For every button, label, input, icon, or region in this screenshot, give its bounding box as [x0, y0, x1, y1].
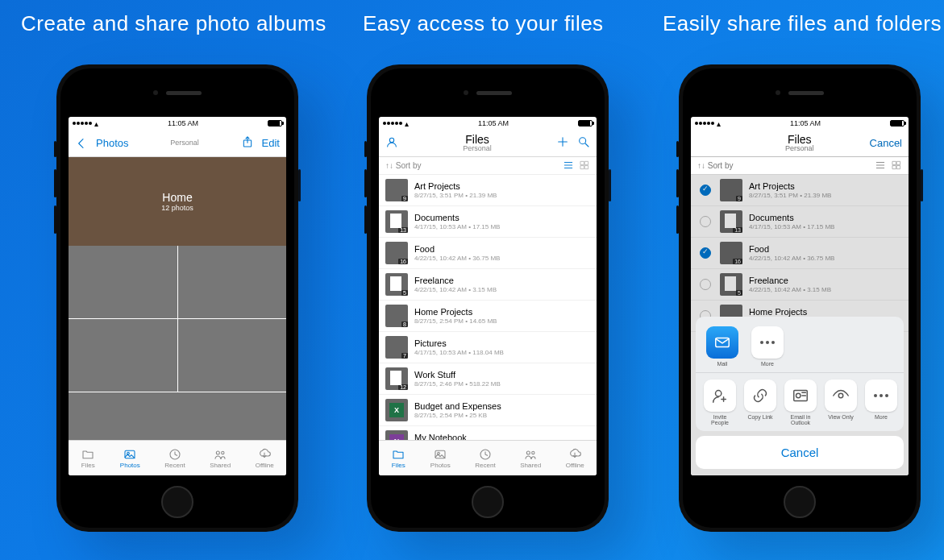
tab-recent[interactable]: Recent	[475, 448, 495, 469]
home-button[interactable]	[472, 486, 504, 518]
status-time: 11:05 AM	[790, 119, 821, 127]
view-grid-icon[interactable]	[579, 160, 590, 172]
nav-cancel-button[interactable]: Cancel	[870, 137, 902, 149]
back-button[interactable]: Photos	[75, 137, 128, 150]
share-option-label: More	[761, 361, 774, 367]
file-name: Art Projects	[414, 181, 497, 192]
file-name: Freelance	[414, 276, 497, 286]
svg-rect-37	[794, 390, 808, 400]
svg-point-4	[170, 450, 180, 459]
file-name: Home Projects	[749, 307, 831, 317]
tab-photos[interactable]: Photos	[120, 448, 140, 469]
share-option-more[interactable]: More	[749, 326, 786, 367]
home-button[interactable]	[784, 486, 816, 518]
svg-rect-20	[435, 450, 445, 458]
tab-files[interactable]: Files	[81, 448, 95, 469]
svg-rect-16	[580, 161, 584, 164]
file-row[interactable]: 16Food4/22/15, 10:42 AM • 36.75 MB	[691, 238, 909, 269]
album-hero[interactable]: Home 12 photos	[69, 157, 286, 246]
tab-shared[interactable]: Shared	[520, 448, 541, 469]
file-row[interactable]: 13Documents4/17/15, 10:53 AM • 17.15 MB	[691, 206, 909, 238]
file-row[interactable]: 5Freelance4/22/15, 10:42 AM • 3.15 MB	[379, 269, 597, 301]
file-row[interactable]: 8Home Projects8/27/15, 2:54 PM • 14.65 M…	[691, 301, 909, 332]
file-name: Food	[749, 244, 834, 255]
photo-thumbnail[interactable]	[69, 392, 286, 440]
file-thumbnail: 9	[720, 179, 742, 201]
add-icon[interactable]	[556, 135, 569, 151]
file-row[interactable]: NMy Notebook10/6/15, 12:51 PM • 280 KB	[379, 426, 597, 440]
select-checkbox[interactable]	[700, 216, 711, 227]
svg-point-21	[438, 452, 440, 454]
phone-share: ▴ 11:05 AM Files Personal Cancel ↑↓ Sort…	[679, 64, 921, 532]
album-title: Home	[161, 191, 193, 204]
invite-people-icon	[704, 380, 736, 412]
share-icon[interactable]	[241, 135, 254, 151]
svg-rect-32	[897, 165, 900, 168]
file-row[interactable]: 5Freelance4/22/15, 10:42 AM • 3.15 MB	[691, 269, 909, 301]
phone-files: ▴ 11:05 AM Files Personal ↑↓ Sort by	[367, 64, 609, 532]
file-row[interactable]: 12Work Stuff8/27/15, 2:46 PM • 518.22 MB	[379, 363, 597, 395]
file-row[interactable]: 16Food4/22/15, 10:42 AM • 36.75 MB	[379, 238, 597, 269]
file-name: Freelance	[749, 276, 831, 286]
svg-point-5	[217, 451, 220, 454]
file-count-badge: 7	[401, 353, 408, 359]
file-info: 4/22/15, 10:42 AM • 36.75 MB	[414, 255, 500, 263]
file-info: 4/22/15, 10:42 AM • 3.15 MB	[749, 286, 831, 294]
sort-button[interactable]: ↑↓ Sort by	[697, 161, 733, 170]
share-option-copy[interactable]: Copy Link	[744, 380, 776, 426]
file-count-badge: 16	[398, 259, 408, 264]
svg-rect-2	[125, 450, 135, 458]
select-checkbox[interactable]	[700, 310, 711, 321]
view-list-icon[interactable]	[563, 160, 574, 172]
tab-offline[interactable]: Offline	[566, 448, 584, 469]
share-option-invite[interactable]: Invite People	[704, 380, 736, 426]
nav-title: Files	[465, 134, 489, 145]
sort-button[interactable]: ↑↓ Sort by	[385, 161, 421, 170]
nav-subtitle: Personal	[785, 145, 814, 152]
photo-thumbnail[interactable]	[178, 246, 287, 318]
tab-bar: Files Photos Recent Shared Offline	[69, 440, 286, 475]
file-row[interactable]: XBudget and Expenses8/27/15, 2:54 PM • 2…	[379, 395, 597, 426]
select-checkbox[interactable]	[700, 279, 711, 290]
share-option-outlook[interactable]: Email in Outlook	[784, 380, 817, 426]
photo-thumbnail[interactable]	[69, 246, 177, 318]
search-icon[interactable]	[577, 135, 590, 151]
file-row[interactable]: 13Documents4/17/15, 10:53 AM • 17.15 MB	[379, 206, 597, 238]
share-option-view[interactable]: View Only	[825, 380, 857, 426]
svg-point-8	[389, 138, 393, 142]
file-name: Art Projects	[749, 181, 831, 192]
share-cancel-button[interactable]: Cancel	[696, 436, 904, 469]
tab-files[interactable]: Files	[391, 448, 405, 469]
svg-rect-31	[892, 165, 896, 168]
share-option-label: Mail	[717, 361, 728, 367]
photo-thumbnail[interactable]	[178, 319, 287, 392]
select-checkbox[interactable]	[700, 185, 711, 196]
outlook-icon	[784, 380, 817, 412]
tab-photos[interactable]: Photos	[430, 448, 451, 469]
share-option-more2[interactable]: More	[865, 380, 897, 426]
file-info: 4/22/15, 10:42 AM • 3.15 MB	[414, 286, 497, 294]
tab-offline[interactable]: Offline	[256, 448, 274, 469]
photo-thumbnail[interactable]	[69, 319, 177, 392]
file-info: 4/17/15, 10:53 AM • 17.15 MB	[749, 223, 834, 231]
file-row[interactable]: 7Pictures4/17/15, 10:53 AM • 118.04 MB	[379, 332, 597, 363]
file-row[interactable]: 9Art Projects8/27/15, 3:51 PM • 21.39 MB	[691, 175, 909, 206]
tab-recent[interactable]: Recent	[164, 448, 185, 469]
share-option-label: View Only	[828, 414, 853, 421]
file-count-badge: 9	[736, 196, 742, 201]
edit-button[interactable]: Edit	[262, 137, 280, 149]
nav-bar: Files Personal Cancel	[691, 130, 909, 157]
view-list-icon[interactable]	[875, 160, 886, 172]
file-row[interactable]: 9Art Projects8/27/15, 3:51 PM • 21.39 MB	[379, 175, 597, 206]
share-option-mail[interactable]: Mail	[704, 326, 741, 367]
view-grid-icon[interactable]	[891, 160, 902, 172]
caption-2: Easy access to your files	[363, 11, 604, 36]
select-checkbox[interactable]	[700, 247, 711, 259]
status-bar: ▴ 11:05 AM	[69, 117, 286, 130]
file-thumbnail: 8	[385, 305, 408, 327]
file-row[interactable]: 8Home Projects8/27/15, 2:54 PM • 14.65 M…	[379, 301, 597, 332]
home-button[interactable]	[161, 486, 193, 518]
account-icon[interactable]	[385, 135, 398, 151]
tab-shared[interactable]: Shared	[210, 448, 231, 469]
file-count-badge: 8	[736, 321, 742, 327]
